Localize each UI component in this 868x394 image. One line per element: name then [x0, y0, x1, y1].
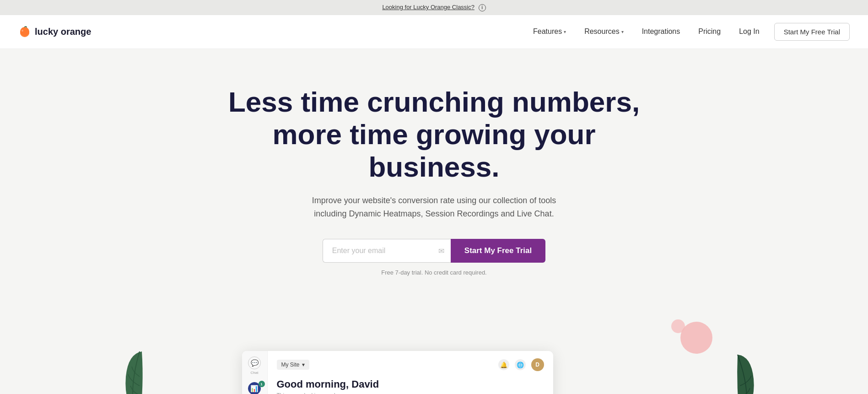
info-icon[interactable]: i — [479, 4, 486, 11]
logo-icon — [18, 25, 31, 38]
globe-icon[interactable]: 🌐 — [515, 359, 526, 370]
avatar[interactable]: D — [531, 358, 544, 371]
nav-item-resources[interactable]: Resources ▾ — [577, 24, 631, 39]
email-input[interactable] — [323, 239, 451, 263]
dashboard-sidebar: 💬 Chat 📊 1 Dashboard — [242, 351, 268, 394]
dashboard-greeting: Good morning, David — [277, 378, 544, 390]
nav-item-integrations[interactable]: Integrations — [635, 24, 688, 39]
start-trial-button[interactable]: Start My Free Trial — [451, 239, 545, 263]
circle-small-decoration — [671, 319, 685, 333]
trial-note: Free 7-day trial. No credit card require… — [18, 269, 850, 276]
hero-section: Less time crunching numbers, more time g… — [0, 49, 868, 294]
navbar: lucky orange Features ▾ Resources ▾ Inte… — [0, 15, 868, 49]
hero-title: Less time crunching numbers, more time g… — [228, 86, 640, 184]
chevron-down-icon: ▾ — [564, 29, 566, 34]
site-selector[interactable]: My Site ▾ — [277, 360, 309, 370]
svg-point-2 — [20, 27, 29, 36]
topbar-icons: 🔔 🌐 D — [498, 358, 544, 371]
chevron-down-icon: ▾ — [621, 29, 624, 34]
sidebar-chat-label: Chat — [251, 371, 259, 375]
bell-icon[interactable]: 🔔 — [498, 359, 509, 370]
dashboard-card: 💬 Chat 📊 1 Dashboard My Site ▾ 🔔 🌐 D — [242, 351, 553, 394]
logo-text: lucky orange — [35, 27, 91, 37]
dashboard-subtitle: Things are looking good. — [277, 392, 544, 394]
circle-large-decoration — [680, 322, 712, 354]
nav-item-login[interactable]: Log In — [732, 24, 766, 39]
nav-item-pricing[interactable]: Pricing — [691, 24, 728, 39]
logo[interactable]: lucky orange — [18, 25, 91, 38]
sidebar-chat-item[interactable]: 💬 Chat — [248, 356, 261, 375]
chat-icon: 💬 — [248, 356, 261, 369]
dashboard-preview: 💬 Chat 📊 1 Dashboard My Site ▾ 🔔 🌐 D — [0, 313, 868, 394]
email-input-wrapper: ✉ — [323, 239, 451, 263]
announcement-link[interactable]: Looking for Lucky Orange Classic? — [382, 4, 474, 11]
notification-badge: 1 — [259, 381, 265, 387]
email-form: ✉ Start My Free Trial — [18, 239, 850, 263]
nav-item-features[interactable]: Features ▾ — [526, 24, 573, 39]
announcement-bar: Looking for Lucky Orange Classic? i — [0, 0, 868, 15]
leaf-right-decoration — [717, 354, 763, 394]
chevron-down-icon: ▾ — [302, 362, 305, 368]
hero-subtitle: Improve your website's conversion rate u… — [311, 194, 558, 221]
nav-start-trial-button[interactable]: Start My Free Trial — [774, 23, 850, 41]
leaf-left-decoration — [119, 349, 160, 394]
email-icon: ✉ — [438, 247, 444, 255]
nav-links: Features ▾ Resources ▾ Integrations Pric… — [526, 23, 850, 41]
svg-point-3 — [22, 30, 23, 32]
dashboard-main: My Site ▾ 🔔 🌐 D Good morning, David Thin… — [268, 351, 553, 394]
dashboard-topbar: My Site ▾ 🔔 🌐 D — [277, 358, 544, 371]
sidebar-dashboard-item[interactable]: 📊 1 Dashboard — [245, 382, 263, 394]
